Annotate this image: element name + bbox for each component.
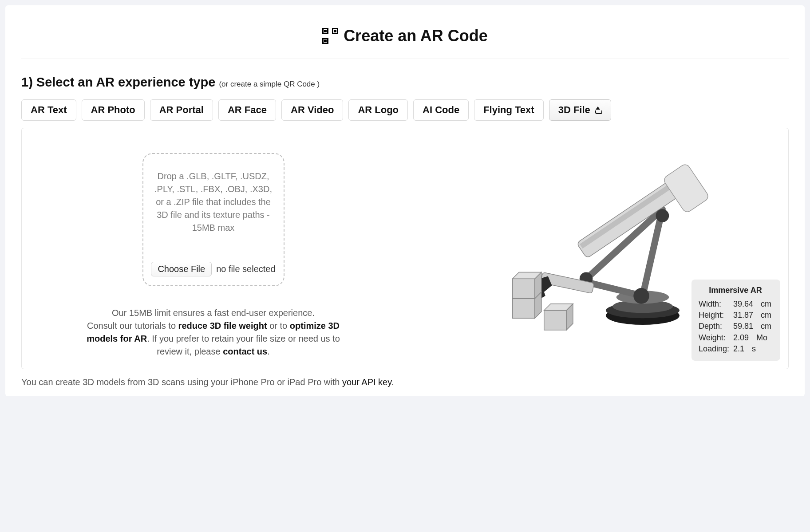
svg-rect-15 xyxy=(513,279,535,298)
info-weight: Weight: 2.09 Mo xyxy=(699,332,772,343)
content-card: Create an AR Code 1) Select an AR experi… xyxy=(5,5,805,396)
simple-qr-link[interactable]: simple QR Code xyxy=(260,80,315,88)
tab-3d-file[interactable]: 3D File xyxy=(549,99,611,121)
tab-ar-portal[interactable]: AR Portal xyxy=(150,99,213,121)
tab-label: AR Video xyxy=(291,104,334,116)
info-depth: Depth: 59.81 cm xyxy=(699,321,772,332)
step-heading-text: 1) Select an AR experience type xyxy=(21,75,215,89)
file-input-row: Choose File no file selected xyxy=(150,262,277,276)
tab-ar-video[interactable]: AR Video xyxy=(281,99,343,121)
tab-label: AR Logo xyxy=(358,104,399,116)
tab-ai-code[interactable]: AI Code xyxy=(413,99,469,121)
step-heading-paren: (or create a simple QR Code ) xyxy=(219,80,320,88)
dropzone-text: Drop a .GLB, .GLTF, .USDZ, .PLY, .STL, .… xyxy=(150,170,277,234)
footer-note: You can create 3D models from 3D scans u… xyxy=(21,377,789,387)
qr-icon xyxy=(322,28,338,44)
tab-label: AR Photo xyxy=(91,104,135,116)
tab-label: AR Face xyxy=(228,104,267,116)
info-height: Height: 31.87 cm xyxy=(699,310,772,321)
no-file-label: no file selected xyxy=(216,263,275,276)
tab-label: AI Code xyxy=(423,104,459,116)
upload-panel: Drop a .GLB, .GLTF, .USDZ, .PLY, .STL, .… xyxy=(22,128,405,369)
info-width: Width: 39.64 cm xyxy=(699,299,772,310)
svg-point-8 xyxy=(633,288,649,304)
tab-label: AR Portal xyxy=(159,104,204,116)
model-info-box: Immersive AR Width: 39.64 cm Height: 31.… xyxy=(691,280,780,361)
model-preview[interactable] xyxy=(465,150,728,347)
choose-file-button[interactable]: Choose File xyxy=(151,262,212,276)
tab-ar-face[interactable]: AR Face xyxy=(218,99,276,121)
svg-rect-12 xyxy=(513,299,535,318)
info-loading: Loading: 2.1 s xyxy=(699,343,772,355)
tab-label: AR Text xyxy=(31,104,67,116)
upload-icon xyxy=(594,106,602,114)
editor-panel: Drop a .GLB, .GLTF, .USDZ, .PLY, .STL, .… xyxy=(21,128,789,369)
svg-rect-7 xyxy=(663,163,710,214)
page-title: Create an AR Code xyxy=(21,19,789,59)
tab-flying-text[interactable]: Flying Text xyxy=(474,99,544,121)
tab-label: Flying Text xyxy=(483,104,534,116)
step-heading: 1) Select an AR experience type (or crea… xyxy=(21,75,789,90)
preview-panel[interactable]: Immersive AR Width: 39.64 cm Height: 31.… xyxy=(405,128,788,369)
svg-point-9 xyxy=(656,209,669,222)
reduce-weight-link[interactable]: reduce 3D file weight xyxy=(178,321,267,331)
experience-type-tabs: AR TextAR PhotoAR PortalAR FaceAR VideoA… xyxy=(21,99,789,121)
dropzone[interactable]: Drop a .GLB, .GLTF, .USDZ, .PLY, .STL, .… xyxy=(142,153,284,286)
page-title-text: Create an AR Code xyxy=(344,27,488,45)
contact-us-link[interactable]: contact us xyxy=(223,347,267,356)
tab-ar-photo[interactable]: AR Photo xyxy=(82,99,145,121)
tab-ar-text[interactable]: AR Text xyxy=(21,99,76,121)
tab-label: 3D File xyxy=(558,104,590,116)
size-note: Our 15MB limit ensures a fast end-user e… xyxy=(76,307,351,358)
api-key-link[interactable]: your API key xyxy=(342,377,391,387)
tab-ar-logo[interactable]: AR Logo xyxy=(348,99,408,121)
svg-rect-18 xyxy=(544,310,566,330)
info-title: Immersive AR xyxy=(699,286,772,295)
